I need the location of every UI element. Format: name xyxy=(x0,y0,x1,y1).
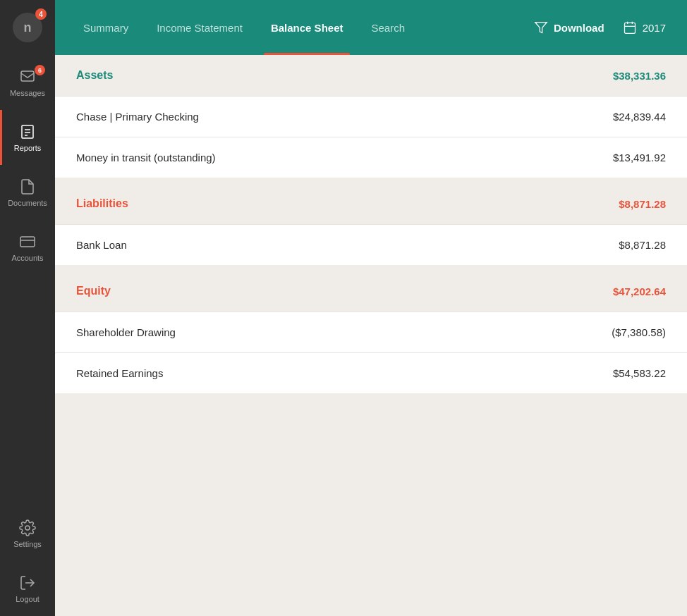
sidebar: n 4 6 Messages Reports Documents Account… xyxy=(0,0,55,616)
year-selector[interactable]: 2017 xyxy=(616,20,673,35)
equity-section-header: Equity $47,202.64 xyxy=(55,271,687,312)
svg-marker-9 xyxy=(535,23,547,33)
assets-total: $38,331.36 xyxy=(613,70,666,82)
tab-balance-sheet[interactable]: Balance Sheet xyxy=(257,0,358,55)
sidebar-item-settings[interactable]: Settings xyxy=(0,506,55,561)
svg-rect-0 xyxy=(21,71,34,81)
svg-rect-1 xyxy=(22,125,33,138)
logout-icon xyxy=(19,574,36,591)
row-value: $54,583.22 xyxy=(613,367,666,379)
table-row: Chase | Primary Checking $24,839.44 xyxy=(55,96,687,137)
row-label: Shareholder Drawing xyxy=(76,326,176,338)
svg-rect-10 xyxy=(624,23,635,33)
row-value: ($7,380.58) xyxy=(612,326,666,338)
balance-sheet-content: Assets $38,331.36 Chase | Primary Checki… xyxy=(55,55,687,616)
documents-icon xyxy=(19,178,36,195)
svg-rect-5 xyxy=(20,237,35,247)
sidebar-item-settings-label: Settings xyxy=(13,540,42,548)
assets-title: Assets xyxy=(76,69,113,82)
download-button[interactable]: Download xyxy=(523,20,616,35)
sidebar-item-messages-label: Messages xyxy=(10,89,45,97)
tab-summary[interactable]: Summary xyxy=(69,0,142,55)
liabilities-section-header: Liabilities $8,871.28 xyxy=(55,183,687,224)
calendar-icon xyxy=(623,20,637,35)
messages-badge: 6 xyxy=(35,65,45,75)
balance-table: Assets $38,331.36 Chase | Primary Checki… xyxy=(55,55,687,393)
messages-icon xyxy=(19,68,36,85)
sidebar-item-accounts-label: Accounts xyxy=(11,254,43,262)
sidebar-item-reports[interactable]: Reports xyxy=(0,110,55,165)
equity-total: $47,202.64 xyxy=(613,285,666,297)
sidebar-item-documents-label: Documents xyxy=(8,199,47,207)
settings-icon xyxy=(19,519,36,536)
reports-icon xyxy=(19,123,36,140)
sidebar-item-messages[interactable]: 6 Messages xyxy=(0,55,55,110)
row-label: Chase | Primary Checking xyxy=(76,111,199,123)
tab-income-statement[interactable]: Income Statement xyxy=(142,0,257,55)
row-label: Money in transit (outstanding) xyxy=(76,152,216,164)
sidebar-item-logout-label: Logout xyxy=(16,595,39,603)
table-row: Retained Earnings $54,583.22 xyxy=(55,352,687,393)
download-icon xyxy=(534,20,548,35)
sidebar-item-documents[interactable]: Documents xyxy=(0,165,55,220)
row-value: $24,839.44 xyxy=(613,111,666,123)
liabilities-title: Liabilities xyxy=(76,197,128,210)
svg-point-7 xyxy=(25,526,30,530)
sidebar-item-logout[interactable]: Logout xyxy=(0,561,55,616)
row-value: $13,491.92 xyxy=(613,152,666,164)
sidebar-logo[interactable]: n 4 xyxy=(0,0,55,55)
main-content: Summary Income Statement Balance Sheet S… xyxy=(55,0,687,616)
top-navigation: Summary Income Statement Balance Sheet S… xyxy=(55,0,687,55)
row-label: Retained Earnings xyxy=(76,367,163,379)
assets-section-header: Assets $38,331.36 xyxy=(55,55,687,96)
sidebar-item-reports-label: Reports xyxy=(14,144,42,152)
table-row: Shareholder Drawing ($7,380.58) xyxy=(55,312,687,352)
row-value: $8,871.28 xyxy=(619,239,666,251)
row-label: Bank Loan xyxy=(76,239,127,251)
tab-search[interactable]: Search xyxy=(357,0,419,55)
equity-title: Equity xyxy=(76,285,111,297)
section-divider xyxy=(55,178,687,183)
table-row: Money in transit (outstanding) $13,491.9… xyxy=(55,137,687,178)
logo-badge: 4 xyxy=(35,8,47,20)
sidebar-item-accounts[interactable]: Accounts xyxy=(0,220,55,275)
accounts-icon xyxy=(19,233,36,250)
section-divider xyxy=(55,265,687,271)
table-row: Bank Loan $8,871.28 xyxy=(55,224,687,265)
liabilities-total: $8,871.28 xyxy=(619,198,666,210)
